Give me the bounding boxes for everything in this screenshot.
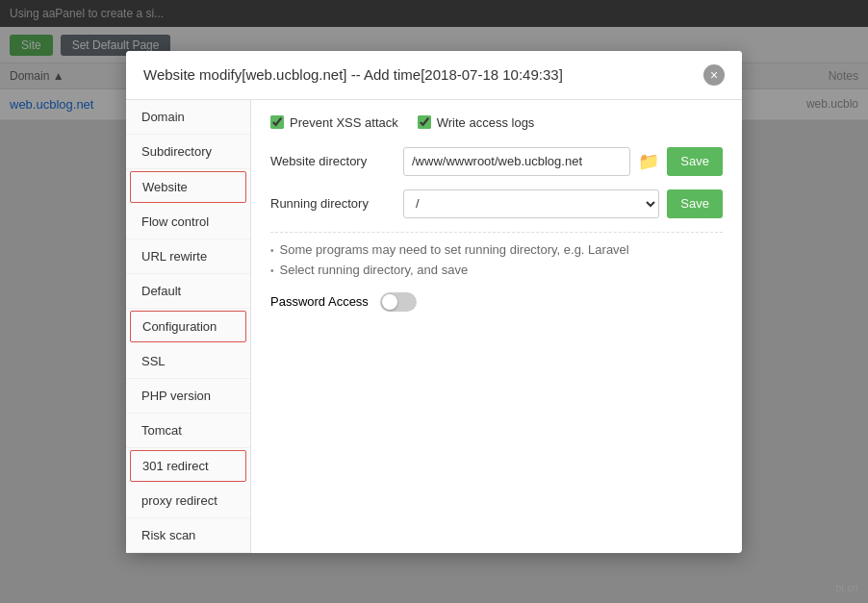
write-access-checkbox[interactable] <box>418 115 431 129</box>
modal-body: Domain Subdirectory Website Flow control… <box>126 100 742 553</box>
running-directory-label: Running directory <box>270 196 396 211</box>
note-text-1: Some programs may need to set running di… <box>280 242 629 257</box>
prevent-xss-checkbox[interactable] <box>270 115 284 129</box>
note-bullet-1: • <box>270 245 274 256</box>
sidebar-item-flow-control[interactable]: Flow control <box>126 205 250 239</box>
sidebar-item-url-rewrite[interactable]: URL rewirte <box>126 239 250 274</box>
sidebar-item-risk-scan[interactable]: Risk scan <box>126 518 250 553</box>
website-directory-row: Website directory 📁 Save <box>270 147 723 176</box>
modal-content: Prevent XSS attack Write access logs Web… <box>251 100 742 553</box>
sidebar-item-default[interactable]: Default <box>126 274 250 309</box>
website-directory-input[interactable] <box>403 147 630 176</box>
password-access-label: Password Access <box>270 294 369 309</box>
note-text-2: Select running directory, and save <box>280 263 469 277</box>
sidebar-item-subdirectory[interactable]: Subdirectory <box>126 135 250 169</box>
sidebar: Domain Subdirectory Website Flow control… <box>126 100 251 553</box>
modal-header: Website modify[web.ucblog.net] -- Add ti… <box>126 51 742 100</box>
prevent-xss-text: Prevent XSS attack <box>290 115 398 130</box>
note-item-1: • Some programs may need to set running … <box>270 242 723 257</box>
sidebar-item-php-version[interactable]: PHP version <box>126 379 250 414</box>
write-access-label[interactable]: Write access logs <box>418 115 535 130</box>
prevent-xss-label[interactable]: Prevent XSS attack <box>270 115 398 130</box>
close-button[interactable]: × <box>703 64 725 86</box>
folder-icon[interactable]: 📁 <box>638 151 659 172</box>
note-bullet-2: • <box>270 265 274 276</box>
options-row: Prevent XSS attack Write access logs <box>270 115 723 130</box>
sidebar-item-domain[interactable]: Domain <box>126 100 250 135</box>
password-access-toggle[interactable] <box>380 292 417 312</box>
note-item-2: • Select running directory, and save <box>270 263 723 277</box>
sidebar-item-301-redirect[interactable]: 301 redirect <box>130 450 246 482</box>
notes-section: • Some programs may need to set running … <box>270 232 723 277</box>
modal: Website modify[web.ucblog.net] -- Add ti… <box>126 51 742 553</box>
running-directory-row: Running directory / /public /web Save <box>270 189 723 218</box>
website-directory-label: Website directory <box>270 154 396 168</box>
sidebar-item-website[interactable]: Website <box>130 171 246 203</box>
watermark: bt.cn <box>835 582 858 593</box>
modal-overlay: Website modify[web.ucblog.net] -- Add ti… <box>0 0 868 603</box>
running-directory-select[interactable]: / /public /web <box>403 189 659 218</box>
modal-title: Website modify[web.ucblog.net] -- Add ti… <box>143 66 563 83</box>
running-directory-save-button[interactable]: Save <box>667 189 723 218</box>
sidebar-item-configuration[interactable]: Configuration <box>130 311 246 342</box>
sidebar-item-ssl[interactable]: SSL <box>126 344 250 379</box>
password-access-row: Password Access <box>270 292 723 312</box>
website-directory-save-button[interactable]: Save <box>667 147 723 176</box>
write-access-text: Write access logs <box>437 115 535 130</box>
sidebar-item-tomcat[interactable]: Tomcat <box>126 414 250 448</box>
sidebar-item-proxy-redirect[interactable]: proxy redirect <box>126 484 250 518</box>
